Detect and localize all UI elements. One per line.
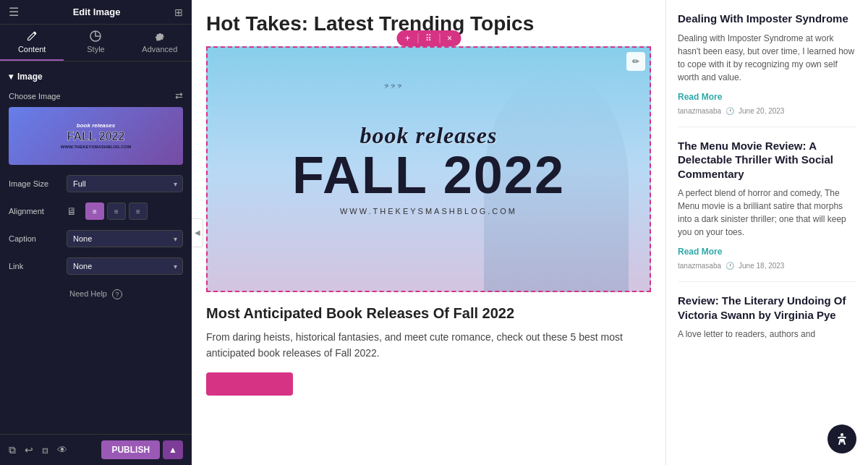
align-right-btn[interactable]: ≡: [129, 202, 148, 220]
sidebar-date-0: June 20, 2023: [739, 107, 784, 115]
footer-icons: ⧉ ↩ ⧈ 👁: [9, 444, 67, 456]
alignment-buttons: 🖥 ≡ ≡ ≡: [67, 202, 183, 220]
main-content: ◀ + ⠿ × Hot Takes: Latest Trending Topic…: [192, 0, 665, 465]
featured-image[interactable]: 𝄢 𝄢 𝄢 book releases FALL 2022 WWW.THEKEY…: [206, 46, 651, 292]
choose-image-label: Choose Image: [9, 92, 61, 101]
link-row: Link None Custom URL Media File: [9, 257, 183, 275]
read-more-0[interactable]: Read More: [678, 92, 722, 102]
undo-icon[interactable]: ↩: [25, 444, 33, 456]
page-content: Hot Takes: Latest Trending Topics 𝄢 𝄢 𝄢 …: [192, 0, 665, 465]
image-size-select[interactable]: Full Large Medium Thumbnail: [67, 175, 183, 192]
left-panel: ☰ Edit Image ⊞ Content Style Advanced ▾ …: [0, 0, 192, 465]
article-text: From daring heists, historical fantasies…: [206, 329, 651, 362]
sidebar-article-text-0: Dealing with Imposter Syndrome at work h…: [678, 32, 856, 84]
article-title: Most Anticipated Book Releases Of Fall 2…: [206, 305, 651, 322]
svg-point-1: [841, 433, 843, 436]
sidebar-article-1: The Menu Movie Review: A Delectable Thri…: [678, 139, 856, 283]
toolbar-divider: [417, 33, 418, 43]
eye-icon[interactable]: 👁: [57, 444, 67, 456]
sidebar-article-text-1: A perfect blend of horror and comedy, Th…: [678, 187, 856, 239]
choose-image-header: Choose Image ⇄: [9, 90, 183, 101]
choose-image-swap-icon[interactable]: ⇄: [175, 90, 183, 101]
publish-group: PUBLISH ▲: [101, 440, 183, 459]
tab-advanced-label: Advanced: [142, 45, 177, 54]
image-size-row: Image Size Full Large Medium Thumbnail: [9, 175, 183, 192]
alignment-control: 🖥 ≡ ≡ ≡: [67, 202, 183, 220]
clock-icon-1: 🕐: [726, 262, 734, 270]
image-placeholder: book releases FALL 2022 WWW.THEKEYSMASHB…: [9, 107, 183, 165]
responsive-icon[interactable]: ⧈: [42, 444, 48, 456]
floating-toolbar: + ⠿ ×: [396, 30, 461, 46]
alignment-label: Alignment: [9, 207, 67, 216]
gear-icon: [154, 30, 166, 42]
panel-footer: ⧉ ↩ ⧈ 👁 PUBLISH ▲: [0, 434, 192, 465]
close-toolbar-icon[interactable]: ×: [447, 33, 452, 43]
caption-label: Caption: [9, 234, 67, 243]
monitor-icon: 🖥: [67, 205, 77, 217]
publish-chevron-button[interactable]: ▲: [163, 440, 183, 459]
image-size-control: Full Large Medium Thumbnail: [67, 175, 183, 192]
caption-select[interactable]: None Caption Text: [67, 230, 183, 247]
panel-header: ☰ Edit Image ⊞: [0, 0, 192, 25]
image-section-title: ▾ Image: [9, 72, 183, 82]
sidebar-article-title-1: The Menu Movie Review: A Delectable Thri…: [678, 139, 856, 182]
edit-image-overlay-btn[interactable]: ✏: [626, 52, 645, 71]
link-select[interactable]: None Custom URL Media File: [67, 257, 183, 275]
menu-icon[interactable]: ☰: [9, 5, 19, 19]
accessibility-icon[interactable]: [827, 425, 856, 453]
image-preview[interactable]: book releases FALL 2022 WWW.THEKEYSMASHB…: [9, 107, 183, 165]
right-sidebar: Dealing With Imposter Syndrome Dealing w…: [665, 0, 868, 465]
caption-row: Caption None Caption Text: [9, 230, 183, 247]
sidebar-article-title-2: Review: The Literary Undoing Of Victoria…: [678, 294, 856, 322]
sidebar-meta-0: tanazmasaba 🕐 June 20, 2023: [678, 107, 856, 115]
pencil-icon: [26, 30, 38, 42]
caption-control: None Caption Text: [67, 230, 183, 247]
alignment-row: Alignment 🖥 ≡ ≡ ≡: [9, 202, 183, 220]
collapse-chevron-icon: ◀: [195, 229, 200, 236]
tab-advanced[interactable]: Advanced: [128, 25, 192, 61]
image-size-label: Image Size: [9, 179, 67, 188]
help-question-icon: ?: [112, 289, 122, 299]
sidebar-meta-1: tanazmasaba 🕐 June 18, 2023: [678, 262, 856, 270]
align-left-btn[interactable]: ≡: [85, 202, 104, 220]
layers-icon[interactable]: ⧉: [9, 444, 16, 456]
sidebar-article-text-2: A love letter to readers, authors and: [678, 328, 856, 341]
add-toolbar-icon[interactable]: +: [405, 33, 410, 43]
tab-content-label: Content: [18, 45, 46, 54]
align-center-btn[interactable]: ≡: [107, 202, 126, 220]
style-icon: [90, 30, 101, 42]
tab-style-label: Style: [87, 45, 104, 54]
sidebar-article-title-0: Dealing With Imposter Syndrome: [678, 12, 856, 26]
panel-title: Edit Image: [73, 7, 121, 17]
banner-url: WWW.THEKEYSMASHBLOG.COM: [292, 207, 565, 216]
publish-button[interactable]: PUBLISH: [101, 440, 160, 459]
featured-image-wrapper[interactable]: 𝄢 𝄢 𝄢 book releases FALL 2022 WWW.THEKEY…: [206, 46, 651, 292]
collapse-handle[interactable]: ◀: [192, 218, 203, 247]
sidebar-article-0: Dealing With Imposter Syndrome Dealing w…: [678, 12, 856, 127]
read-more-1[interactable]: Read More: [678, 247, 722, 257]
clock-icon-0: 🕐: [726, 107, 734, 115]
need-help[interactable]: Need Help ?: [9, 289, 183, 299]
tab-content[interactable]: Content: [0, 25, 64, 61]
tab-style[interactable]: Style: [64, 25, 127, 61]
sidebar-date-1: June 18, 2023: [739, 262, 784, 270]
chevron-icon: ▾: [9, 72, 13, 82]
panel-tabs: Content Style Advanced: [0, 25, 192, 61]
sidebar-author-0: tanazmasaba: [678, 107, 721, 115]
cta-button[interactable]: [206, 372, 293, 396]
link-label: Link: [9, 262, 67, 270]
move-toolbar-icon[interactable]: ⠿: [425, 33, 432, 43]
toolbar-divider-2: [439, 33, 440, 43]
link-control: None Custom URL Media File: [67, 257, 183, 275]
sidebar-author-1: tanazmasaba: [678, 262, 721, 270]
grid-icon[interactable]: ⊞: [174, 7, 183, 18]
sidebar-article-2: Review: The Literary Undoing Of Victoria…: [678, 294, 856, 358]
panel-body: ▾ Image Choose Image ⇄ book releases FAL…: [0, 61, 192, 434]
